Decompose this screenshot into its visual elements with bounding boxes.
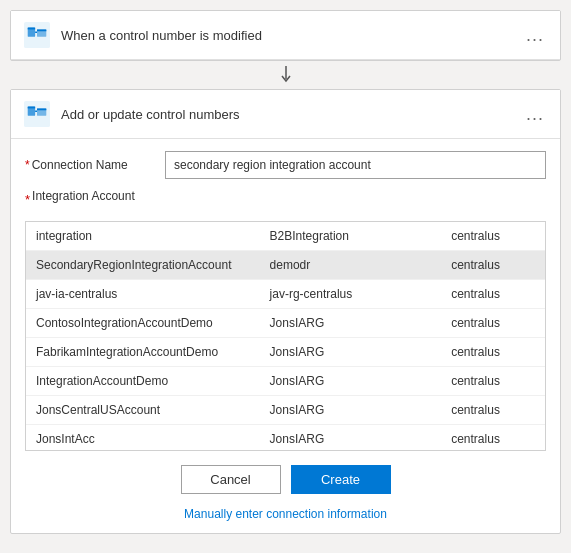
required-star-2: * [25, 192, 30, 207]
region: centralus [441, 222, 545, 251]
account-name: ContosoIntegrationAccountDemo [26, 309, 260, 338]
integration-account-table-container[interactable]: integration B2BIntegration centralus Sec… [25, 221, 546, 451]
account-name: jav-ia-centralus [26, 280, 260, 309]
trigger-menu[interactable]: ... [522, 23, 548, 48]
table-row[interactable]: FabrikamIntegrationAccountDemo JonsIARG … [26, 338, 545, 367]
resource-group: B2BIntegration [260, 222, 442, 251]
action-row: Cancel Create [11, 451, 560, 504]
account-name: JonsIntAcc [26, 425, 260, 452]
region: centralus [441, 280, 545, 309]
resource-group: JonsIARG [260, 425, 442, 452]
table-row[interactable]: integration B2BIntegration centralus [26, 222, 545, 251]
account-name: FabrikamIntegrationAccountDemo [26, 338, 260, 367]
action-title: Add or update control numbers [61, 107, 522, 122]
integration-label-row: * Integration Account [25, 189, 546, 209]
resource-group: JonsIARG [260, 367, 442, 396]
resource-group: JonsIARG [260, 396, 442, 425]
account-name: JonsCentralUSAccount [26, 396, 260, 425]
cancel-button[interactable]: Cancel [181, 465, 281, 494]
account-name: integration [26, 222, 260, 251]
integration-account-label: Integration Account [32, 189, 135, 203]
table-row[interactable]: ContosoIntegrationAccountDemo JonsIARG c… [26, 309, 545, 338]
table-row[interactable]: JonsCentralUSAccount JonsIARG centralus [26, 396, 545, 425]
table-row[interactable]: jav-ia-centralus jav-rg-centralus centra… [26, 280, 545, 309]
connection-name-row: *Connection Name [25, 151, 546, 179]
trigger-card: When a control number is modified ... [10, 10, 561, 61]
manual-link[interactable]: Manually enter connection information [184, 507, 387, 521]
action-menu[interactable]: ... [522, 102, 548, 127]
integration-account-section: * Integration Account [11, 189, 560, 221]
connection-name-label: *Connection Name [25, 158, 165, 172]
table-row[interactable]: SecondaryRegionIntegrationAccount demodr… [26, 251, 545, 280]
trigger-title: When a control number is modified [61, 28, 522, 43]
table-row[interactable]: IntegrationAccountDemo JonsIARG centralu… [26, 367, 545, 396]
link-row: Manually enter connection information [11, 504, 560, 533]
resource-group: demodr [260, 251, 442, 280]
svg-rect-4 [37, 29, 46, 31]
trigger-icon [23, 21, 51, 49]
region: centralus [441, 425, 545, 452]
account-name: IntegrationAccountDemo [26, 367, 260, 396]
required-star: * [25, 158, 30, 172]
svg-rect-11 [37, 108, 46, 110]
table-row[interactable]: JonsIntAcc JonsIARG centralus [26, 425, 545, 452]
form-section: *Connection Name [11, 139, 560, 179]
svg-rect-9 [28, 107, 35, 109]
resource-group: jav-rg-centralus [260, 280, 442, 309]
trigger-card-header: When a control number is modified ... [11, 11, 560, 60]
table-body: integration B2BIntegration centralus Sec… [26, 222, 545, 451]
region: centralus [441, 309, 545, 338]
svg-rect-2 [28, 28, 35, 30]
create-button[interactable]: Create [291, 465, 391, 494]
connector-arrow [10, 61, 561, 89]
resource-group: JonsIARG [260, 309, 442, 338]
account-name: SecondaryRegionIntegrationAccount [26, 251, 260, 280]
outer-wrapper: When a control number is modified ... [0, 0, 571, 553]
action-card-header: Add or update control numbers ... [11, 90, 560, 139]
action-icon [23, 100, 51, 128]
region: centralus [441, 367, 545, 396]
resource-group: JonsIARG [260, 338, 442, 367]
region: centralus [441, 396, 545, 425]
region: centralus [441, 338, 545, 367]
integration-account-table: integration B2BIntegration centralus Sec… [26, 222, 545, 451]
connection-name-input[interactable] [165, 151, 546, 179]
action-card: Add or update control numbers ... *Conne… [10, 89, 561, 534]
region: centralus [441, 251, 545, 280]
